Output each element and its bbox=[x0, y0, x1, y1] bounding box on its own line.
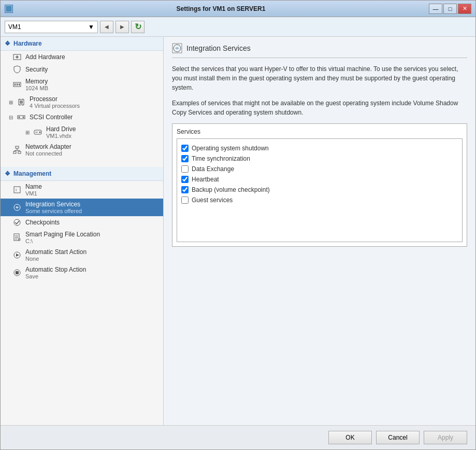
panel-description-1: Select the services that you want Hyper-… bbox=[172, 64, 467, 92]
back-button[interactable]: ◀ bbox=[100, 21, 113, 33]
checkbox-time-sync-input[interactable] bbox=[181, 155, 189, 162]
sidebar-item-network[interactable]: Network Adapter Not connected bbox=[1, 141, 163, 159]
svg-rect-7 bbox=[17, 83, 18, 86]
svg-point-31 bbox=[14, 219, 20, 226]
checkbox-backup-input[interactable] bbox=[181, 186, 189, 193]
sidebar-item-auto-stop[interactable]: Automatic Stop Action Save bbox=[1, 264, 163, 282]
auto-stop-label: Automatic Stop Action bbox=[25, 266, 159, 273]
checkbox-backup-label[interactable]: Backup (volume checkpoint) bbox=[192, 186, 270, 193]
svg-rect-8 bbox=[19, 83, 20, 86]
checkbox-time-sync-label[interactable]: Time synchronization bbox=[192, 155, 250, 162]
sidebar-item-smart-paging[interactable]: Smart Paging File Location C:\ bbox=[1, 229, 163, 246]
svg-point-19 bbox=[39, 132, 41, 133]
management-section-icon: ❖ bbox=[5, 170, 10, 177]
svg-point-16 bbox=[19, 117, 20, 118]
management-section-label: Management bbox=[13, 170, 51, 177]
svg-rect-39 bbox=[16, 271, 19, 274]
sidebar-item-add-hardware[interactable]: Add Hardware bbox=[1, 51, 163, 63]
window-title: Settings for VM1 on SERVER1 bbox=[13, 5, 429, 12]
integration-subtitle: Some services offered bbox=[25, 208, 159, 214]
svg-text:I: I bbox=[16, 188, 17, 192]
settings-window: Settings for VM1 on SERVER1 — □ ✕ VM1 ▼ … bbox=[0, 0, 476, 450]
sidebar-item-hard-drive[interactable]: ⊞ Hard Drive VM1.vhdx bbox=[1, 123, 163, 141]
hard-drive-expand-icon[interactable]: ⊞ bbox=[25, 130, 30, 135]
add-hardware-icon bbox=[13, 53, 21, 61]
auto-stop-subtitle: Save bbox=[25, 273, 159, 279]
svg-point-17 bbox=[23, 117, 24, 118]
sidebar-item-name[interactable]: I Name VM1 bbox=[1, 181, 163, 199]
vm-dropdown[interactable]: VM1 ▼ bbox=[5, 21, 98, 33]
smart-paging-subtitle: C:\ bbox=[25, 238, 159, 244]
checkbox-data-exchange-input[interactable] bbox=[181, 165, 189, 173]
titlebar-controls: — □ ✕ bbox=[429, 4, 471, 14]
name-subtitle: VM1 bbox=[25, 190, 159, 196]
cancel-button[interactable]: Cancel bbox=[376, 431, 420, 444]
sidebar-item-integration-services[interactable]: Integration Services Some services offer… bbox=[1, 199, 163, 216]
sidebar-item-memory[interactable]: Memory 1024 MB bbox=[1, 76, 163, 93]
checkbox-time-sync: Time synchronization bbox=[181, 153, 458, 164]
scsi-expand-icon[interactable]: ⊟ bbox=[9, 115, 13, 120]
svg-rect-28 bbox=[14, 187, 20, 193]
sidebar-item-auto-start[interactable]: Automatic Start Action None bbox=[1, 246, 163, 264]
svg-rect-21 bbox=[16, 146, 19, 148]
main-content: ❖ Hardware Add Hardware bbox=[1, 37, 475, 425]
svg-marker-37 bbox=[16, 254, 19, 257]
panel-description-2: Examples of services that might not be a… bbox=[172, 99, 467, 117]
checkbox-guest-services-label[interactable]: Guest services bbox=[192, 196, 233, 204]
processor-label: Processor bbox=[30, 95, 159, 103]
window-icon bbox=[5, 5, 13, 13]
svg-rect-23 bbox=[18, 151, 21, 153]
memory-icon bbox=[13, 80, 21, 89]
dropdown-arrow-icon: ▼ bbox=[88, 23, 94, 31]
auto-start-icon bbox=[13, 251, 21, 259]
hard-drive-subtitle: VM1.vhdx bbox=[46, 133, 159, 139]
forward-button[interactable]: ▶ bbox=[116, 21, 129, 33]
network-subtitle: Not connected bbox=[25, 150, 159, 157]
checkbox-heartbeat-label[interactable]: Heartbeat bbox=[192, 176, 219, 183]
management-section-header: ❖ Management bbox=[1, 167, 163, 181]
checkbox-heartbeat-input[interactable] bbox=[181, 176, 189, 183]
sidebar-item-security[interactable]: Security bbox=[1, 63, 163, 76]
auto-start-subtitle: None bbox=[25, 256, 159, 262]
security-icon bbox=[13, 65, 21, 74]
minimize-button[interactable]: — bbox=[429, 4, 442, 14]
panel-title: Integration Services bbox=[186, 44, 251, 52]
footer: OK Cancel Apply bbox=[1, 425, 475, 449]
checkbox-os-shutdown-label[interactable]: Operating system shutdown bbox=[192, 145, 269, 152]
services-group: Services Operating system shutdown Time … bbox=[172, 123, 467, 247]
titlebar: Settings for VM1 on SERVER1 — □ ✕ bbox=[1, 1, 475, 17]
sidebar-spacer bbox=[1, 159, 163, 167]
hardware-section-label: Hardware bbox=[13, 40, 42, 47]
memory-subtitle: 1024 MB bbox=[25, 85, 159, 91]
processor-subtitle: 4 Virtual processors bbox=[30, 103, 159, 109]
integration-label: Integration Services bbox=[25, 201, 159, 208]
processor-expand-icon[interactable]: ⊞ bbox=[9, 100, 13, 105]
sidebar: ❖ Hardware Add Hardware bbox=[1, 37, 164, 425]
smart-paging-label: Smart Paging File Location bbox=[25, 231, 159, 238]
services-box: Operating system shutdown Time synchroni… bbox=[177, 138, 463, 242]
processor-icon bbox=[17, 98, 25, 106]
hardware-section-icon: ❖ bbox=[5, 40, 10, 47]
scsi-icon bbox=[17, 113, 25, 121]
sidebar-item-scsi[interactable]: ⊟ SCSI Controller bbox=[1, 111, 163, 123]
sidebar-item-processor[interactable]: ⊞ Processor 4 Virtual processors bbox=[1, 93, 163, 111]
checkbox-guest-services-input[interactable] bbox=[181, 196, 189, 204]
memory-label: Memory bbox=[25, 78, 159, 85]
svg-rect-1 bbox=[7, 7, 11, 11]
checkbox-data-exchange-label[interactable]: Data Exchange bbox=[192, 165, 234, 173]
svg-rect-6 bbox=[15, 83, 16, 86]
name-label: Name bbox=[25, 183, 159, 190]
refresh-button[interactable]: ↻ bbox=[131, 21, 145, 33]
apply-button[interactable]: Apply bbox=[424, 431, 467, 444]
close-button[interactable]: ✕ bbox=[458, 4, 471, 14]
checkbox-os-shutdown-input[interactable] bbox=[181, 145, 189, 152]
ok-button[interactable]: OK bbox=[328, 431, 372, 444]
sidebar-item-checkpoints[interactable]: Checkpoints bbox=[1, 216, 163, 229]
vm-dropdown-value: VM1 bbox=[8, 23, 21, 31]
add-hardware-label: Add Hardware bbox=[25, 53, 159, 61]
maximize-button[interactable]: □ bbox=[443, 4, 457, 14]
hardware-section-header: ❖ Hardware bbox=[1, 37, 163, 51]
svg-rect-22 bbox=[13, 151, 16, 153]
network-icon bbox=[13, 146, 21, 154]
svg-rect-10 bbox=[20, 101, 23, 104]
